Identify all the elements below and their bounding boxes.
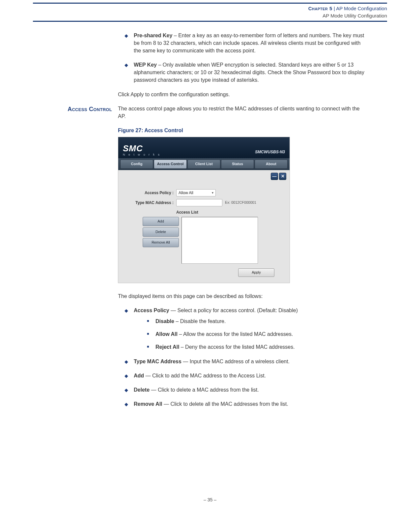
list-item: Delete — Click to delete a MAC address f… — [125, 386, 368, 394]
list-item: WEP Key – Only available when WEP encryp… — [125, 61, 368, 84]
access-control-screenshot: SMC N e t w o r k s SMCWUSBS-N3 Config A… — [118, 137, 290, 283]
description-list: Access Policy — Select a policy for acce… — [125, 307, 368, 408]
desc: — Click to delete a MAC address from the… — [150, 387, 259, 393]
list-item: Access Policy — Select a policy for acce… — [125, 307, 368, 351]
term: Reject All — [155, 344, 179, 350]
access-policy-select[interactable]: Allow All ▾ — [176, 189, 216, 196]
access-list-label: Access List — [176, 210, 284, 215]
desc: — Select a policy for access control. (D… — [169, 308, 298, 313]
access-list-box[interactable] — [182, 217, 258, 264]
list-item: Disable – Disable the feature. — [147, 317, 368, 325]
list-item: Type MAC Address — Input the MAC address… — [125, 358, 368, 365]
chapter-label: Chapter 5 — [308, 6, 332, 11]
tab-status[interactable]: Status — [221, 160, 254, 169]
term: Allow All — [155, 331, 178, 337]
chevron-down-icon: ▾ — [212, 191, 213, 195]
list-item: Allow All – Allow the access for the lis… — [147, 330, 368, 338]
tab-about[interactable]: About — [255, 160, 288, 169]
desc: — Click to delete all the MAC addresses … — [162, 401, 288, 407]
term: Pre-shared Key — [134, 33, 172, 38]
page-number: – 35 – — [0, 496, 420, 503]
brand-logo: SMC N e t w o r k s — [123, 144, 161, 156]
key-options-list: Pre-shared Key – Enter a key as an easy-… — [125, 32, 368, 84]
term: Access Policy — [134, 308, 169, 313]
section-heading: Access Control — [33, 105, 112, 113]
close-icon[interactable]: ✕ — [279, 173, 286, 180]
brand-text: SMC — [123, 144, 161, 153]
minimize-icon[interactable]: — — [271, 173, 278, 180]
tab-access-control[interactable]: Access Control — [154, 160, 187, 169]
figure-caption: Figure 27: Access Control — [118, 127, 368, 134]
header-rule-bottom — [33, 21, 387, 22]
term: Add — [134, 373, 144, 378]
desc: – Allow the access for the listed MAC ad… — [178, 331, 293, 337]
access-policy-label: Access Policy : — [124, 190, 174, 196]
mac-hint: Ex: 0012CF000001 — [225, 200, 256, 205]
term: Disable — [155, 318, 174, 324]
list-item: Remove All — Click to delete all the MAC… — [125, 400, 368, 408]
after-figure-text: The displayed items on this page can be … — [118, 292, 368, 300]
term: Remove All — [134, 401, 162, 407]
desc: – Disable the feature. — [174, 318, 226, 324]
apply-instruction: Click Apply to confirm the configuration… — [118, 91, 368, 98]
header-separator: | — [334, 6, 335, 11]
access-policy-value: Allow All — [179, 190, 193, 196]
model-label: SMCWUSBS-N3 — [255, 149, 285, 156]
chapter-subtitle: AP Mode Utility Configuration — [308, 12, 387, 19]
list-item: Reject All – Deny the access for the lis… — [147, 343, 368, 351]
desc: – Only available when WEP encryption is … — [134, 62, 364, 83]
page-header: Chapter 5 | AP Mode Configuration AP Mod… — [0, 4, 420, 20]
term: Type MAC Address — [134, 359, 182, 364]
list-item: Pre-shared Key – Enter a key as an easy-… — [125, 32, 368, 55]
chapter-title: AP Mode Configuration — [336, 6, 387, 11]
delete-button[interactable]: Delete — [143, 227, 179, 237]
remove-all-button[interactable]: Remove All — [143, 238, 179, 247]
type-mac-label: Type MAC Address : — [124, 200, 174, 206]
term: Delete — [134, 387, 150, 393]
apply-button[interactable]: Apply — [238, 268, 274, 277]
list-item: Add — Click to add the MAC address to th… — [125, 372, 368, 379]
desc: – Deny the access for the listed MAC add… — [179, 344, 294, 350]
term: WEP Key — [134, 62, 157, 68]
tab-client-list[interactable]: Client List — [187, 160, 220, 169]
brand-subtext: N e t w o r k s — [123, 153, 161, 156]
section-intro: The access control page allows you to re… — [118, 105, 368, 120]
add-button[interactable]: Add — [143, 217, 179, 226]
access-policy-sublist: Disable – Disable the feature. Allow All… — [147, 317, 368, 351]
tab-bar: Config Access Control Client List Status… — [118, 158, 290, 170]
tab-config[interactable]: Config — [120, 160, 153, 169]
desc: — Click to add the MAC address to the Ac… — [144, 373, 266, 378]
desc: — Input the MAC address of a wireless cl… — [182, 359, 290, 364]
mac-input[interactable] — [176, 199, 222, 206]
